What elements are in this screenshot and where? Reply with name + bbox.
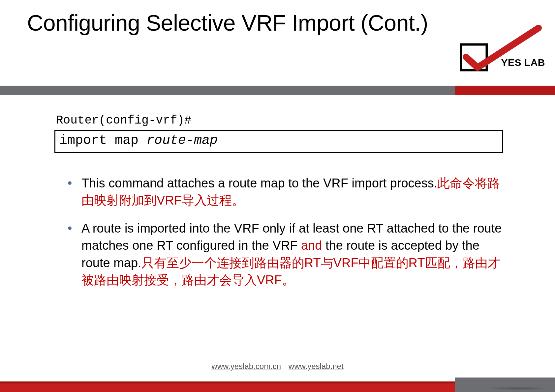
command-text: import map bbox=[59, 133, 146, 148]
footer-bar bbox=[0, 378, 555, 392]
divider-red bbox=[455, 86, 555, 95]
footer-shadow bbox=[485, 387, 551, 390]
footer-links: www.yeslab.com.cn www.yeslab.net bbox=[0, 362, 555, 371]
bullet-text-chinese: 只有至少一个连接到路由器的RT与VRF中配置的RT匹配，路由才被路由映射接受，路… bbox=[81, 256, 500, 287]
slide: Configuring Selective VRF Import (Cont.)… bbox=[0, 0, 555, 392]
bullet-red-word: and bbox=[301, 238, 322, 252]
bullet-text-english: This command attaches a route map to the… bbox=[81, 176, 437, 190]
header-divider bbox=[0, 86, 555, 95]
command-box: import map route-map bbox=[54, 130, 503, 153]
list-item: This command attaches a route map to the… bbox=[71, 175, 503, 209]
config-prompt: Router(config-vrf)# bbox=[56, 114, 191, 127]
footer-red-light bbox=[0, 383, 455, 392]
footer-link-yeslab-cn[interactable]: www.yeslab.com.cn bbox=[211, 362, 281, 371]
command-argument: route-map bbox=[146, 133, 218, 148]
list-item: A route is imported into the VRF only if… bbox=[71, 220, 503, 289]
footer-link-yeslab-net[interactable]: www.yeslab.net bbox=[289, 362, 344, 371]
page-title: Configuring Selective VRF Import (Cont.) bbox=[0, 10, 455, 36]
logo: YES LAB bbox=[449, 21, 545, 74]
divider-grey bbox=[0, 86, 455, 95]
bullet-list: This command attaches a route map to the… bbox=[71, 175, 503, 299]
logo-text: YES LAB bbox=[501, 57, 545, 68]
